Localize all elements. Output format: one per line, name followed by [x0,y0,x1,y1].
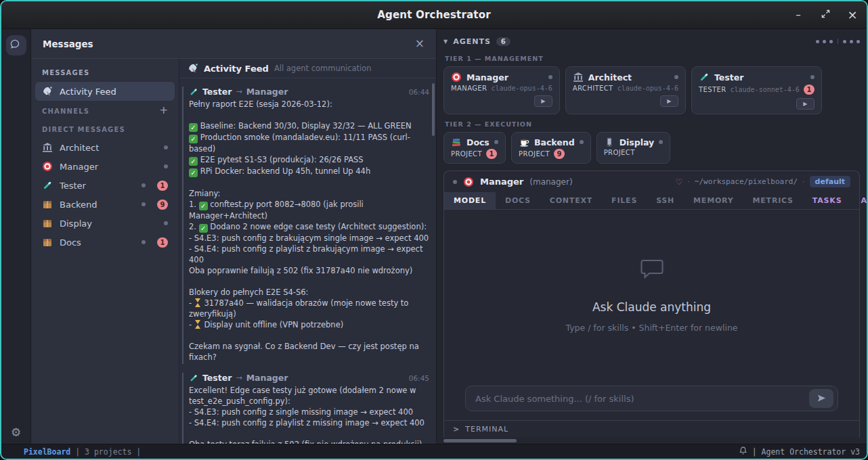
agents-header-dots[interactable] [816,39,860,44]
settings-button[interactable]: ⚙ [11,427,21,438]
tab-audit[interactable]: AUDIT [851,192,868,209]
status-bar: PixelBoard | 3 projects | | Agent Orches… [1,444,867,459]
channels-section-label: CHANNELS [31,101,159,120]
sidebar-item-tester[interactable]: Tester 1 [31,176,179,195]
books-icon [451,137,462,147]
sidebar-item-activity-feed[interactable]: Activity Feed [35,82,175,101]
close-button[interactable]: × [846,9,859,21]
tab-docs[interactable]: DOCS [496,192,540,209]
agent-card-architect[interactable]: Architect ARCHITECT claude-opus-4-6 ▶ [565,66,686,114]
maximize-button[interactable] [819,9,831,20]
heart-icon[interactable]: ♡ [676,177,683,187]
message-line: 2. ✓ Dodano 2 nowe edge case testy (Arch… [189,221,429,233]
message-line: Excellent! Edge case testy już gotowe (d… [189,385,429,407]
messages-panel-title: Messages [43,39,93,49]
feed-scrollbar[interactable] [432,83,435,136]
package-icon [42,237,53,248]
manager-icon [451,72,462,83]
add-channel-button[interactable]: + [159,106,168,116]
agents-count-badge: 6 [496,37,511,46]
tab-memory[interactable]: MEMORY [684,192,743,209]
hourglass-icon [195,320,201,329]
phone-icon [604,137,615,147]
dm-label: Backend [60,200,97,210]
dm-label: Display [60,218,92,229]
messages-panel-header: Messages × [31,29,436,59]
statusbar-version: | Agent Orchestrator v3 [752,447,860,457]
package-icon [42,199,53,210]
chat-input[interactable] [475,394,809,404]
check-icon: ✓ [189,168,198,177]
message-line: Pełny raport E2E (sesja 2026-03-12): [189,99,429,110]
chat-bubble-icon [9,39,23,52]
arrow-right-icon: → [236,373,242,382]
sidebar-item-architect[interactable]: Architect [31,138,179,157]
activity-feed-subtitle: All agent communication [274,64,372,73]
message-line: Czekam na sygnał. Co z Backend Dev — czy… [189,341,429,363]
terminal-toggle[interactable]: > TERMINAL [444,420,859,438]
workspace-path: ~/workspace/pixelboard/ [695,177,798,186]
presence-dot [142,183,146,187]
app-window: Agent Orchestrator – × ⚙ Messages × MESS… [0,0,868,460]
sidebar-item-label: Activity Feed [60,87,116,97]
message-body: Pełny raport E2E (sesja 2026-03-12):✓ Ba… [189,99,429,363]
agent-card-badge: 9 [554,149,565,159]
tier1-label: TIER 1 — MANAGEMENT [445,55,860,62]
window-controls: – × [792,1,859,28]
message-recipient: Manager [246,87,288,97]
agent-card-name: Tester [714,72,743,83]
profile-badge[interactable]: default [810,176,850,187]
tab-model[interactable]: MODEL [444,192,496,209]
left-rail: ⚙ [1,29,31,444]
sidebar-item-display[interactable]: Display [31,214,179,233]
chevron-right-icon: > [453,425,459,434]
messages-rail-button[interactable] [6,35,26,55]
message-line: - 31787a40 — walidacja obrazów (moje now… [189,298,429,319]
tab-ssh[interactable]: SSH [647,192,684,209]
agent-status-dot [494,140,498,144]
tab-tasks[interactable]: TASKS [803,192,852,209]
scrollbar-thumb[interactable] [443,439,517,442]
agent-card-backend[interactable]: Backend PROJECT 9 [511,132,591,164]
agent-card-tester[interactable]: Tester TESTER claude-sonnet-4-6 1 ▶ [691,66,822,114]
message-line: Oba poprawnie failują z 502 (fix 31787a4… [189,265,429,276]
agent-card-docs[interactable]: Docs PROJECT 1 [443,132,506,164]
tab-files[interactable]: FILES [602,192,647,209]
sidebar-item-manager[interactable]: Manager [31,157,179,176]
agent-card-display[interactable]: Display PROJECT [596,132,671,164]
sidebar-item-backend[interactable]: Backend 9 [31,195,179,214]
start-agent-button[interactable]: ▶ [796,98,815,110]
activity-feed: Activity Feed All agent communication Te… [179,59,436,444]
agent-card-name: Architect [588,72,632,83]
message-line: ✓ Baseline: Backend 30/30, Display 32/32… [189,120,429,132]
bell-icon[interactable] [739,446,747,457]
check-icon: ✓ [189,157,198,166]
empty-state-title: Ask Claude anything [592,300,711,314]
presence-dot [164,145,168,150]
message-timestamp: 06:45 [409,374,429,382]
message-line: - Display unit offline (VPN potrzebne) [189,319,429,330]
collapse-caret-icon[interactable]: ▼ [443,39,448,45]
start-agent-button[interactable]: ▶ [660,95,678,107]
agent-card-manager[interactable]: Manager MANAGER claude-opus-4-6 ▶ [443,66,560,114]
sidebar-item-docs[interactable]: Docs 1 [31,233,179,252]
dm-section-label: DIRECT MESSAGES [31,120,179,138]
minimize-button[interactable]: – [792,10,804,20]
tier1-cards: Manager MANAGER claude-opus-4-6 ▶ Archit… [443,66,860,114]
tab-context[interactable]: CONTEXT [540,192,602,209]
message-line: - S4.E4: push config z playlist z missin… [189,417,429,428]
close-messages-button[interactable]: × [415,38,425,49]
main-area: ⚙ Messages × MESSAGES Activity Feed CHAN… [1,29,867,444]
message-list[interactable]: Tester → Manager 06:44 Pełny raport E2E … [179,78,436,444]
manager-icon [463,177,474,187]
messages-sidebar: MESSAGES Activity Feed CHANNELS + DIRECT… [31,59,179,444]
send-button[interactable] [809,389,833,408]
agent-card-role: TESTER [699,86,726,93]
tab-metrics[interactable]: METRICS [743,192,803,209]
tester-icon [699,72,710,83]
agent-status-dot [674,75,678,79]
message-line: Oba testy teraz failują z 502 (fix nie w… [189,439,429,444]
start-agent-button[interactable]: ▶ [534,95,552,107]
architect-icon [573,72,584,83]
horizontal-scrollbar[interactable] [443,438,860,444]
